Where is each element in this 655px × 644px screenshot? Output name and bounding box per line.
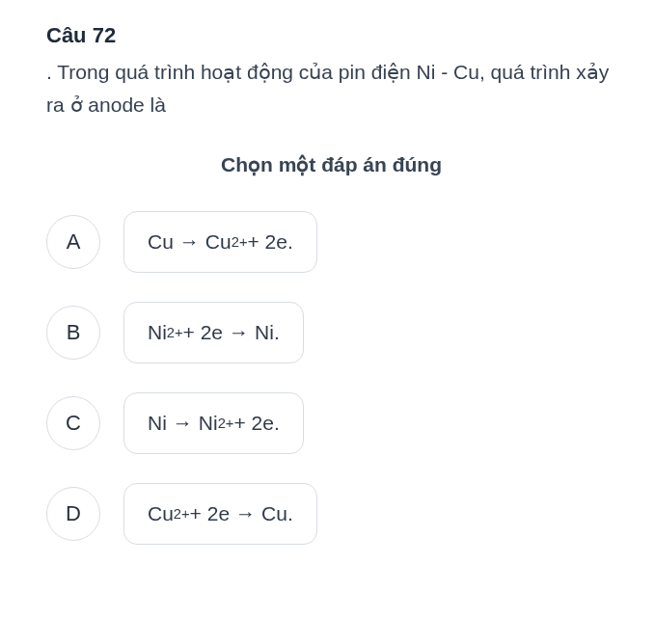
equation-text: Ni	[148, 321, 167, 344]
option-row: BNi2+ + 2e → Ni.	[46, 302, 616, 363]
equation-text: Cu	[148, 230, 174, 254]
question-text: . Trong quá trình hoạt động của pin điện…	[46, 56, 616, 121]
equation-text: Ni	[148, 412, 167, 435]
equation-text: Cu	[148, 502, 174, 525]
equation-text: + 2e.	[247, 230, 292, 254]
option-letter-b[interactable]: B	[46, 306, 100, 360]
option-content-a[interactable]: Cu → Cu2+ + 2e.	[123, 211, 317, 273]
option-row: ACu → Cu2+ + 2e.	[46, 211, 616, 273]
option-letter-d[interactable]: D	[46, 487, 100, 541]
arrow-icon: →	[235, 502, 256, 525]
equation-text: + 2e.	[233, 412, 279, 435]
option-content-b[interactable]: Ni2+ + 2e → Ni.	[123, 302, 304, 363]
equation-text: + 2e	[183, 321, 223, 344]
equation-text: Ni.	[255, 321, 280, 344]
equation-text: + 2e	[190, 502, 230, 525]
option-content-d[interactable]: Cu2+ + 2e → Cu.	[123, 483, 317, 545]
options-list: ACu → Cu2+ + 2e.BNi2+ + 2e → Ni.CNi → Ni…	[46, 211, 616, 545]
arrow-icon: →	[179, 230, 200, 254]
option-content-c[interactable]: Ni → Ni2+ + 2e.	[123, 392, 304, 454]
option-row: DCu2+ + 2e → Cu.	[46, 483, 616, 545]
option-letter-c[interactable]: C	[46, 396, 100, 450]
option-letter-a[interactable]: A	[46, 215, 100, 269]
equation-text: Cu.	[261, 502, 293, 525]
arrow-icon: →	[229, 321, 249, 344]
question-title: Câu 72	[46, 23, 616, 48]
equation-text: Ni	[199, 412, 218, 435]
equation-text: Cu	[205, 230, 232, 254]
instruction: Chọn một đáp án đúng	[46, 153, 616, 176]
option-row: CNi → Ni2+ + 2e.	[46, 392, 616, 454]
arrow-icon: →	[173, 412, 193, 435]
